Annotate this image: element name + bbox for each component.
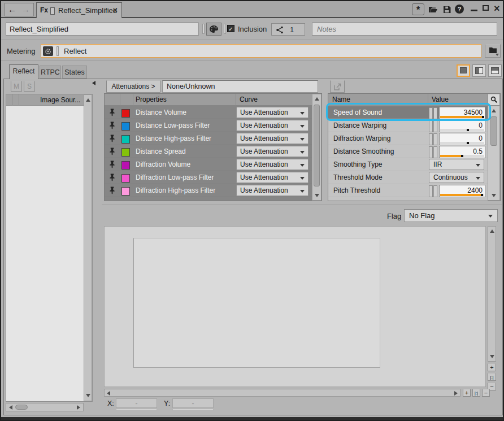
curve-row[interactable]: Diffraction Low-pass Filter Use Attenuat… (105, 171, 312, 184)
browse-button[interactable] (485, 44, 501, 58)
param-value-box[interactable]: 2400 (439, 185, 485, 197)
notes-input[interactable] (312, 23, 497, 36)
image-sources-header[interactable]: Image Sour... (6, 94, 92, 106)
layout-split-horizontal-button[interactable] (488, 64, 502, 77)
open-icon[interactable] (427, 4, 438, 15)
rtpc-toggle[interactable] (433, 185, 437, 197)
curves-table-vscrollbar[interactable] (312, 94, 321, 201)
image-sources-vscrollbar[interactable] (84, 94, 92, 401)
x-coordinate-field[interactable]: - (116, 398, 157, 408)
curve-mode-dropdown[interactable]: Use Attenuation (236, 133, 309, 144)
graph-plot-area[interactable] (133, 238, 380, 368)
params-table-header[interactable]: Name Value (328, 94, 488, 106)
image-sources-hscrollbar[interactable] (6, 403, 84, 411)
tab-states[interactable]: States (62, 66, 87, 79)
solo-button[interactable]: S (24, 81, 35, 92)
rtpc-toggle[interactable] (429, 146, 433, 158)
curve-row[interactable]: Diffraction Volume Use Attenuation (105, 158, 312, 171)
curve-mode-dropdown[interactable]: Use Attenuation (236, 107, 309, 118)
curve-row[interactable]: Diffraction High-pass Filter Use Attenua… (105, 184, 312, 197)
sharesets-box[interactable]: 1 (271, 23, 305, 36)
y-coordinate-field[interactable]: - (172, 398, 214, 408)
attenuation-value-field[interactable]: None/Unknown (162, 80, 318, 93)
object-name-input[interactable] (6, 23, 199, 36)
curve-mode-dropdown[interactable]: Use Attenuation (236, 159, 309, 170)
help-icon[interactable]: ? (455, 5, 464, 14)
param-row[interactable]: Pitch Threshold 2400 (328, 184, 488, 197)
rtpc-toggle[interactable] (433, 146, 437, 158)
pin-icon[interactable] (109, 186, 115, 194)
curve-mode-dropdown[interactable]: Use Attenuation (236, 172, 309, 183)
back-icon[interactable]: ← (8, 5, 16, 14)
pin-icon[interactable] (109, 121, 115, 129)
rtpc-toggle[interactable] (433, 133, 437, 145)
rtpc-toggle[interactable] (429, 120, 433, 132)
col-curve: Curve (240, 96, 258, 103)
rtpc-toggle[interactable] (433, 107, 437, 119)
save-icon[interactable] (441, 4, 453, 15)
tab-rtpc[interactable]: RTPC (40, 66, 61, 79)
tab-reflect[interactable]: Reflect (9, 64, 38, 79)
pin-window-button[interactable]: * (412, 3, 424, 15)
zoom-in-horizontal-button[interactable]: + (463, 389, 471, 397)
rtpc-toggle[interactable] (433, 120, 437, 132)
curve-row[interactable]: Distance Low-pass Filter Use Attenuation (105, 119, 312, 132)
curve-color-swatch (121, 187, 130, 196)
pin-icon[interactable] (109, 108, 115, 116)
param-row[interactable]: Distance Warping 0 (328, 119, 488, 132)
param-value-box[interactable]: 0 (439, 120, 485, 132)
param-row[interactable]: Smoothing Type IIR (328, 158, 488, 171)
curve-mode-dropdown[interactable]: Use Attenuation (236, 185, 309, 196)
zoom-reset-vertical-button[interactable]: |:| (488, 373, 496, 381)
flag-dropdown[interactable]: No Flag (404, 209, 498, 222)
param-value-box[interactable]: 0.5 (439, 146, 485, 158)
collapse-panel-icon[interactable] (92, 81, 95, 85)
forward-icon[interactable]: → (21, 5, 30, 14)
tab-close-icon[interactable]: × (113, 6, 118, 15)
metering-field[interactable]: Reflect (41, 44, 481, 58)
zoom-reset-horizontal-button[interactable]: |:| (472, 389, 480, 397)
pin-icon[interactable] (109, 147, 115, 155)
mute-button[interactable]: M (11, 81, 22, 92)
curve-mode-dropdown[interactable]: Use Attenuation (236, 146, 309, 157)
curve-row[interactable]: Distance High-pass Filter Use Attenuatio… (105, 132, 312, 145)
param-value-box[interactable]: 0 (439, 133, 485, 145)
params-vscrollbar[interactable] (488, 106, 500, 201)
zoom-out-horizontal-button[interactable]: − (482, 389, 490, 397)
editor-tab[interactable]: Fx Reflect_Simplified × (36, 2, 122, 18)
pin-icon[interactable] (109, 134, 115, 142)
param-row[interactable]: Threshold Mode Continuous (328, 171, 488, 184)
image-sources-list[interactable]: Image Sour... (6, 94, 93, 402)
graph-hscrollbar[interactable] (104, 389, 460, 397)
graph-vscrollbar[interactable] (488, 226, 496, 362)
window-close-icon[interactable]: × (494, 3, 500, 15)
curve-graph-canvas[interactable] (104, 226, 486, 387)
param-dropdown[interactable]: IIR (429, 159, 484, 170)
pin-icon[interactable] (109, 160, 115, 168)
layout-single-button[interactable] (457, 64, 470, 77)
color-palette-button[interactable] (206, 23, 221, 36)
curve-row[interactable]: Distance Volume Use Attenuation (105, 106, 312, 119)
search-icon[interactable] (488, 94, 500, 106)
param-value-box[interactable]: 34500 (439, 107, 485, 119)
pin-icon[interactable] (109, 173, 115, 181)
curves-table-header[interactable]: Properties Curve (105, 94, 312, 106)
attenuations-button[interactable]: Attenuations > (106, 80, 160, 93)
rtpc-toggle[interactable] (429, 185, 433, 197)
y-slider-track[interactable] (172, 409, 214, 411)
rtpc-toggle[interactable] (429, 107, 433, 119)
minimize-icon[interactable] (471, 10, 477, 11)
param-row[interactable]: Distance Smoothing 0.5 (328, 145, 488, 158)
param-row[interactable]: Diffraction Warping 0 (328, 132, 488, 145)
curve-row[interactable]: Distance Spread Use Attenuation (105, 145, 312, 158)
layout-split-vertical-button[interactable] (472, 64, 486, 77)
x-slider-track[interactable] (116, 409, 157, 411)
open-in-new-icon[interactable] (330, 80, 345, 93)
param-dropdown[interactable]: Continuous (429, 172, 484, 183)
zoom-in-vertical-button[interactable]: + (488, 363, 496, 371)
maximize-icon[interactable] (483, 5, 489, 11)
inclusion-checkbox[interactable]: ✓ (227, 25, 234, 32)
rtpc-toggle[interactable] (429, 133, 433, 145)
param-row[interactable]: Speed of Sound 34500 (328, 106, 488, 119)
curve-mode-dropdown[interactable]: Use Attenuation (236, 120, 309, 131)
